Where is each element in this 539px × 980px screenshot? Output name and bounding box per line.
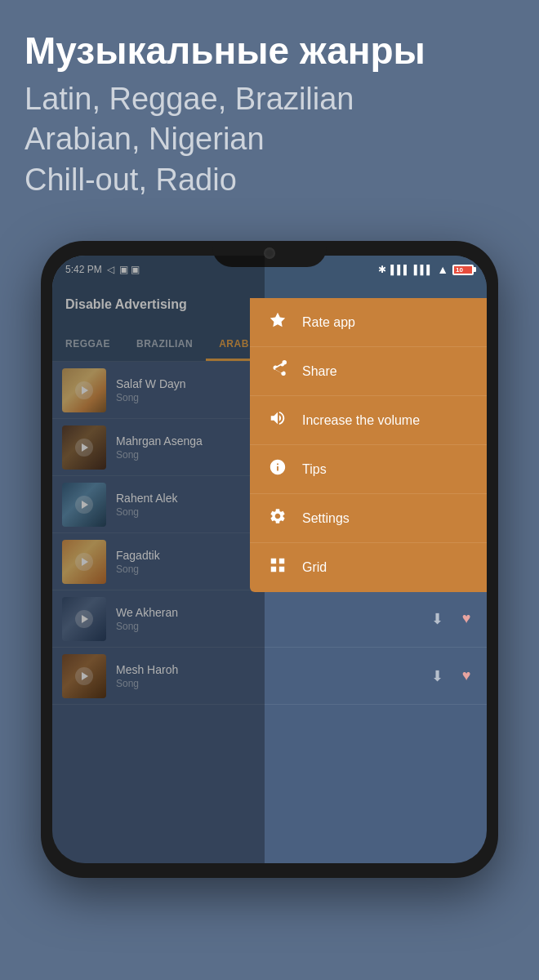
subtitle-line2: Arabian, Nigerian bbox=[24, 119, 514, 159]
header-subtitle: Latin, Reggae, Brazilian Arabian, Nigeri… bbox=[24, 79, 514, 200]
dropdown-dimmer[interactable] bbox=[52, 256, 265, 863]
menu-item-share-label: Share bbox=[302, 364, 337, 379]
star-icon bbox=[266, 311, 289, 334]
phone-device: 5:42 PM ◁ ▣ ▣ ✱ ▌▌▌ ▌▌▌ ▲ 10 Disable Adv… bbox=[41, 241, 498, 878]
menu-item-settings-label: Settings bbox=[302, 511, 350, 526]
subtitle-line3: Chill-out, Radio bbox=[24, 160, 514, 200]
header-area: Музыкальные жанры Latin, Reggae, Brazili… bbox=[0, 0, 539, 216]
phone-screen: 5:42 PM ◁ ▣ ▣ ✱ ▌▌▌ ▌▌▌ ▲ 10 Disable Adv… bbox=[52, 256, 487, 863]
menu-item-volume-label: Increase the volume bbox=[302, 413, 420, 428]
header-title: Музыкальные жанры bbox=[24, 29, 514, 73]
dropdown-menu: Rate app Share Increase th bbox=[250, 298, 487, 592]
menu-item-rate[interactable]: Rate app bbox=[250, 298, 487, 347]
settings-icon bbox=[266, 507, 289, 530]
menu-item-grid[interactable]: Grid bbox=[250, 543, 487, 592]
menu-item-tips-label: Tips bbox=[302, 462, 327, 477]
menu-item-share[interactable]: Share bbox=[250, 347, 487, 396]
menu-item-rate-label: Rate app bbox=[302, 315, 355, 330]
share-icon bbox=[266, 360, 289, 383]
phone-wrapper: 5:42 PM ◁ ▣ ▣ ✱ ▌▌▌ ▌▌▌ ▲ 10 Disable Adv… bbox=[0, 241, 539, 878]
menu-item-tips[interactable]: Tips bbox=[250, 445, 487, 494]
tips-icon bbox=[266, 458, 289, 481]
subtitle-line1: Latin, Reggae, Brazilian bbox=[24, 79, 514, 119]
menu-item-settings[interactable]: Settings bbox=[250, 494, 487, 543]
menu-item-grid-label: Grid bbox=[302, 560, 327, 575]
dropdown-overlay[interactable]: Rate app Share Increase th bbox=[52, 256, 487, 863]
grid-icon bbox=[266, 556, 289, 579]
volume-icon bbox=[266, 409, 289, 432]
menu-item-volume[interactable]: Increase the volume bbox=[250, 396, 487, 445]
